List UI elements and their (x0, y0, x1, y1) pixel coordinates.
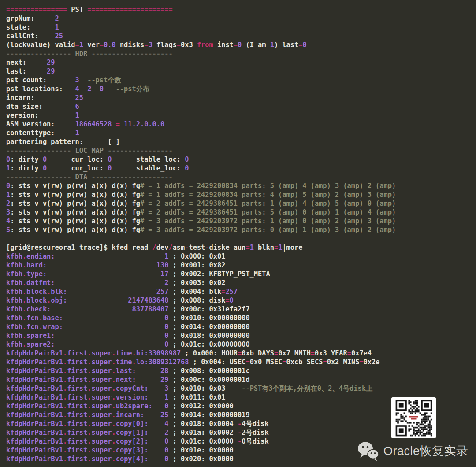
terminal-line-dta-size: dta size: 6 (6, 102, 476, 111)
value-pad (55, 332, 165, 340)
field-name: first (67, 429, 87, 437)
field-name: kfdpHdrPairBv1 (6, 411, 63, 419)
text-run: diske aun (209, 244, 246, 252)
field-name: kfbh (6, 288, 22, 296)
field-name: datfmt: (26, 279, 55, 287)
field-name: kfdpHdrPairBv1 (6, 402, 63, 410)
name-dot: . (112, 385, 116, 393)
text-run: |more (282, 244, 302, 252)
text-run: ; 0x010: 0x03 (168, 385, 225, 393)
text-run: 5 (6, 226, 10, 234)
text-run: ---------------- (6, 147, 71, 155)
field-name: super (91, 402, 112, 410)
text-run: 2 (55, 15, 59, 22)
text-run: 0x0 MSEC (250, 358, 283, 366)
field-name: block (26, 296, 47, 304)
field-name: first (67, 393, 87, 401)
text-run: LOC MAP (71, 147, 108, 155)
field-name: kfdpHdrPairBv1 (6, 393, 63, 401)
name-dot: . (112, 437, 116, 445)
terminal-line-locmap-1: 1: dirty 0 cur_loc: 0 stable_loc: 0 (6, 164, 476, 173)
text-run: 29 (47, 59, 55, 67)
text-run: ; 0x001: 0x82 (168, 261, 225, 269)
text-run: ===================== (87, 6, 172, 14)
text-run: --pst个数 (79, 76, 121, 84)
text-run: : sts v v(rw) p(rw) a(x) d(x) fg (10, 208, 140, 216)
text-run: ASM version: (6, 120, 75, 128)
text-run: test (189, 244, 205, 252)
field-name: first (67, 376, 87, 384)
text-run (79, 85, 87, 93)
text-run: partnering pattern: [ ] (6, 138, 120, 146)
text-run: ---------------- (6, 50, 71, 58)
value-pad (63, 323, 164, 331)
terminal-line-blank (6, 234, 476, 243)
text-run: PST (67, 6, 87, 14)
text-run: 1 (278, 244, 282, 252)
text-run: pst locations: (6, 85, 75, 93)
text-run (120, 120, 124, 128)
qr-code (391, 397, 436, 438)
field-name: kfbh (6, 332, 22, 340)
field-name: first (67, 446, 87, 454)
text-run: = (245, 244, 249, 252)
field-name: block (26, 288, 47, 296)
terminal-line-kfbh-block-blk: kfbh.block.blk: 257 ; 0x004: blk=257 (6, 287, 476, 296)
text-run: : sts v v(rw) p(rw) a(x) d(x) fg (10, 182, 140, 190)
text-run (112, 120, 115, 128)
terminal-line-dta-4: 4: sts v v(rw) p(rw) a(x) d(x) fg# = 3 a… (6, 217, 476, 226)
terminal-line-dta-0: 0: sts v v(rw) p(rw) a(x) d(x) fg# = 1 a… (6, 181, 476, 190)
brand-text: Oracle恢复实录 (383, 443, 469, 459)
field-name: first (67, 358, 87, 366)
field-name: super (91, 411, 112, 419)
text-run: 0x2 MINS (327, 358, 360, 366)
field-name: fcn (26, 314, 39, 322)
text-run: = (323, 358, 327, 366)
field-name: first (67, 385, 87, 393)
text-run: = (234, 41, 238, 49)
field-value: 837788407 (132, 305, 169, 313)
text-run: # = 1 addTs = 2429200834 parts: 4 (amp) … (140, 191, 396, 199)
text-run: 0 (108, 164, 112, 172)
terminal-line-kfbh-check: kfbh.check: 837788407 ; 0x00c: 0x31efa2f… (6, 305, 476, 314)
field-name: first (67, 411, 87, 419)
text-run: dev (156, 244, 169, 252)
text-run: 186646528 (75, 120, 112, 128)
text-run: ; 0x014: 0x00000000 (168, 323, 249, 331)
text-run: ; 0x00c: 0x0000001d (168, 376, 249, 384)
field-name: super (91, 393, 112, 401)
text-run: stable_loc: (112, 156, 185, 163)
name-dot: . (63, 437, 67, 445)
field-value: 130 (156, 261, 169, 269)
value-pad (148, 437, 164, 445)
text-run: ; 0x012: 0x0000 (168, 402, 233, 410)
text-run: 257 (225, 288, 238, 296)
text-run: : sts v v(rw) p(rw) a(x) d(x) fg (10, 191, 140, 199)
wechat-icon (357, 441, 379, 461)
name-dot: . (63, 455, 67, 463)
field-name: last: (116, 367, 136, 375)
field-name: kfdpHdrPairBv1 (6, 429, 63, 437)
field-name: first (67, 455, 87, 463)
field-name: first (67, 420, 87, 428)
text-run: - (238, 437, 242, 445)
text-run: 0 (302, 41, 306, 49)
field-name: spare1: (26, 332, 55, 340)
name-dot: . (132, 358, 136, 366)
terminal-line-kfbh-fcn-wrap: kfbh.fcn.wrap: 0 ; 0x014: 0x00000000 (6, 322, 476, 331)
field-name: kfbh (6, 261, 22, 269)
value-pad (67, 288, 156, 296)
name-dot: . (22, 279, 26, 287)
field-value: 28 (160, 367, 168, 375)
text-run: asm (173, 244, 185, 252)
terminal-line-kfbh-endian: kfbh.endian: 1 ; 0x000: 0x01 (6, 252, 476, 261)
terminal-line-kfbh-block-obj: kfbh.block.obj: 2147483648 ; 0x008: disk… (6, 296, 476, 305)
text-run: (lockvalue) valid (6, 41, 75, 49)
terminal-line-last: last: 29 (6, 67, 476, 76)
text-run: = (225, 296, 229, 304)
text-run: version: (6, 111, 75, 119)
text-run: 0号disk (242, 437, 268, 445)
text-run (91, 85, 99, 93)
value-pad (148, 446, 164, 454)
field-name: super (91, 349, 112, 357)
